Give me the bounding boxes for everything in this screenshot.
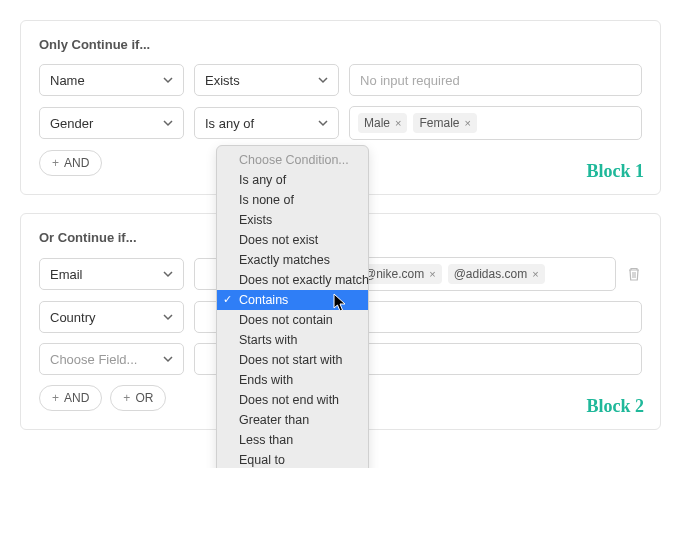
- plus-icon: +: [52, 391, 59, 405]
- value-input[interactable]: Male × Female ×: [349, 106, 642, 140]
- tag-remove-icon[interactable]: ×: [464, 117, 470, 129]
- field-select[interactable]: Gender: [39, 107, 184, 139]
- field-select-label: Country: [50, 310, 96, 325]
- dropdown-item-greater-than[interactable]: Greater than: [217, 410, 368, 430]
- check-icon: ✓: [223, 293, 232, 306]
- add-and-button[interactable]: + AND: [39, 385, 102, 411]
- value-input-disabled: No input required: [349, 64, 642, 96]
- dropdown-item-does-not-start-with[interactable]: Does not start with: [217, 350, 368, 370]
- dropdown-item-is-any-of[interactable]: Is any of: [217, 170, 368, 190]
- field-select-label: Gender: [50, 116, 93, 131]
- button-label: AND: [64, 156, 89, 170]
- dropdown-item-does-not-end-with[interactable]: Does not end with: [217, 390, 368, 410]
- dropdown-item-less-than[interactable]: Less than: [217, 430, 368, 450]
- condition-select[interactable]: Exists: [194, 64, 339, 96]
- dropdown-item-ends-with[interactable]: Ends with: [217, 370, 368, 390]
- field-select[interactable]: Email: [39, 258, 184, 290]
- dropdown-item-label: Contains: [239, 293, 288, 307]
- field-select[interactable]: Country: [39, 301, 184, 333]
- block-annotation: Block 1: [586, 161, 644, 182]
- field-select[interactable]: Name: [39, 64, 184, 96]
- tag-remove-icon[interactable]: ×: [532, 268, 538, 280]
- dropdown-item-does-not-exist[interactable]: Does not exist: [217, 230, 368, 250]
- field-select[interactable]: Choose Field...: [39, 343, 184, 375]
- tag-label: @nike.com: [364, 267, 424, 281]
- tag: @adidas.com ×: [448, 264, 545, 284]
- tag: Male ×: [358, 113, 407, 133]
- condition-row: Name Exists No input required: [39, 64, 642, 96]
- dropdown-item-does-not-contain[interactable]: Does not contain: [217, 310, 368, 330]
- button-label: OR: [135, 391, 153, 405]
- dropdown-item-contains[interactable]: ✓ Contains: [217, 290, 368, 310]
- tag: Female ×: [413, 113, 476, 133]
- condition-select-label: Exists: [205, 73, 240, 88]
- block-annotation: Block 2: [586, 396, 644, 417]
- condition-dropdown: Choose Condition... Is any of Is none of…: [216, 145, 369, 468]
- tag-label: Male: [364, 116, 390, 130]
- add-and-button[interactable]: + AND: [39, 150, 102, 176]
- dropdown-item-does-not-exactly-match[interactable]: Does not exactly match: [217, 270, 368, 290]
- chevron-down-icon: [318, 118, 328, 128]
- tag-label: Female: [419, 116, 459, 130]
- block-title: Only Continue if...: [39, 37, 642, 52]
- add-or-button[interactable]: + OR: [110, 385, 166, 411]
- field-select-placeholder: Choose Field...: [50, 352, 137, 367]
- value-input[interactable]: [349, 301, 642, 333]
- chevron-down-icon: [163, 354, 173, 364]
- chevron-down-icon: [318, 75, 328, 85]
- chevron-down-icon: [163, 269, 173, 279]
- chevron-down-icon: [163, 75, 173, 85]
- dropdown-item-equal-to[interactable]: Equal to: [217, 450, 368, 468]
- condition-select[interactable]: Is any of: [194, 107, 339, 139]
- dropdown-item-starts-with[interactable]: Starts with: [217, 330, 368, 350]
- value-placeholder: No input required: [360, 73, 460, 88]
- dropdown-header: Choose Condition...: [217, 150, 368, 170]
- field-select-label: Email: [50, 267, 83, 282]
- field-select-label: Name: [50, 73, 85, 88]
- dropdown-item-exists[interactable]: Exists: [217, 210, 368, 230]
- button-label: AND: [64, 391, 89, 405]
- condition-select-label: Is any of: [205, 116, 254, 131]
- dropdown-item-exactly-matches[interactable]: Exactly matches: [217, 250, 368, 270]
- plus-icon: +: [123, 391, 130, 405]
- chevron-down-icon: [163, 312, 173, 322]
- condition-row: Gender Is any of Male × Female ×: [39, 106, 642, 140]
- chevron-down-icon: [163, 118, 173, 128]
- tag: @nike.com ×: [358, 264, 442, 284]
- value-input[interactable]: [349, 343, 642, 375]
- value-input[interactable]: @nike.com × @adidas.com ×: [349, 257, 616, 291]
- dropdown-item-is-none-of[interactable]: Is none of: [217, 190, 368, 210]
- tag-remove-icon[interactable]: ×: [429, 268, 435, 280]
- tag-remove-icon[interactable]: ×: [395, 117, 401, 129]
- trash-icon[interactable]: [626, 266, 642, 282]
- tag-label: @adidas.com: [454, 267, 528, 281]
- plus-icon: +: [52, 156, 59, 170]
